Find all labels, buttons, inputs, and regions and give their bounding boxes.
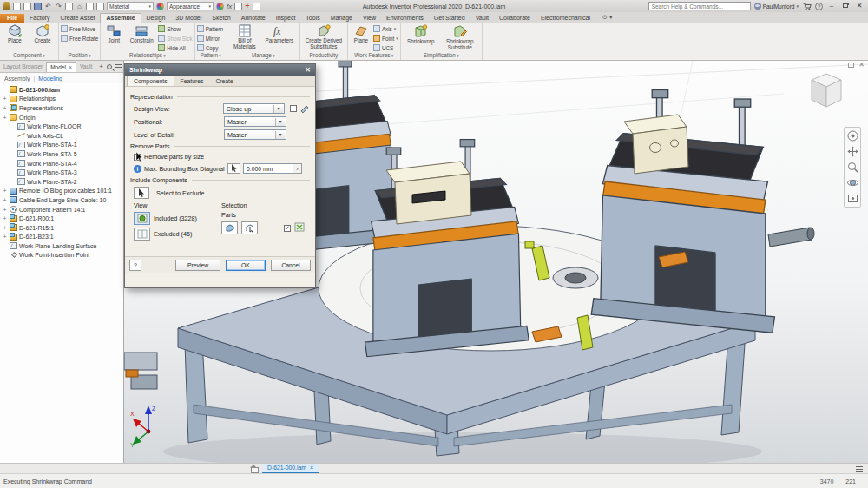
measure-icon[interactable] — [234, 3, 242, 10]
free-rotate-button[interactable]: Free Rotate — [61, 34, 98, 43]
select-parts-cursor-button[interactable] — [241, 221, 258, 234]
parameters-button[interactable]: fx Parameters — [261, 23, 298, 45]
expand-icon[interactable] — [2, 188, 8, 194]
close-button[interactable]: ✕ — [854, 2, 865, 10]
excluded-toggle-button[interactable] — [134, 228, 150, 241]
search-icon[interactable] — [107, 64, 112, 69]
expand-icon[interactable] — [2, 115, 8, 121]
axis-button[interactable]: Axis ▾ — [373, 24, 398, 33]
parameters-fx-icon[interactable]: fx — [227, 3, 232, 10]
mirror-button[interactable]: Mirror — [197, 34, 223, 43]
restore-window-icon[interactable] — [848, 63, 854, 68]
design-view-select[interactable]: Close up — [223, 103, 285, 114]
tab-features[interactable]: Features — [174, 76, 210, 86]
tab-create[interactable]: Create — [209, 76, 239, 86]
tab-view[interactable]: View — [358, 14, 381, 23]
create-button[interactable]: Create — [29, 23, 56, 45]
close-window-icon[interactable]: ✕ — [858, 63, 865, 68]
restore-button[interactable] — [840, 2, 851, 10]
tab-sketch[interactable]: Sketch — [207, 14, 235, 23]
return-icon[interactable] — [65, 3, 73, 10]
home-icon[interactable]: ⌂ — [76, 3, 83, 10]
group-label-work-features[interactable]: Work Features — [350, 52, 398, 60]
tab-design[interactable]: Design — [141, 14, 171, 23]
tab-factory[interactable]: Factory — [24, 14, 55, 23]
dialog-title-bar[interactable]: Shrinkwrap ✕ — [125, 64, 315, 76]
zoom-icon[interactable] — [847, 162, 858, 173]
material-select[interactable]: Material — [107, 2, 154, 10]
selection-checkbox[interactable] — [284, 225, 291, 232]
close-icon[interactable]: ✕ — [305, 66, 311, 74]
group-label-component[interactable]: Component — [2, 52, 56, 60]
shrinkwrap-substitute-button[interactable]: Shrinkwrap Substitute — [440, 23, 480, 52]
tab-environments[interactable]: Environments — [381, 14, 429, 23]
close-icon[interactable] — [69, 64, 72, 70]
group-label-manage[interactable]: Manage — [229, 52, 298, 60]
place-button[interactable]: Place — [2, 23, 28, 45]
expand-icon[interactable] — [2, 234, 8, 240]
save-icon[interactable] — [34, 3, 42, 10]
open-file-icon[interactable] — [23, 3, 31, 10]
close-icon[interactable] — [310, 465, 313, 471]
tab-components[interactable]: Components — [127, 76, 174, 86]
tree-item[interactable]: D-621-R15:1 — [2, 223, 123, 233]
user-account[interactable]: PaulMunford ▾ — [754, 3, 799, 10]
sheet-icon[interactable] — [86, 3, 94, 10]
tree-item[interactable]: Representations — [2, 103, 123, 113]
tab-file[interactable]: File — [0, 14, 24, 23]
cancel-button[interactable]: Cancel — [271, 260, 311, 271]
cart-icon[interactable] — [802, 3, 812, 10]
tree-item[interactable]: Work Plane-STA-2 — [2, 177, 123, 187]
create-derived-substitutes-button[interactable]: Create Derived Substitutes — [302, 23, 345, 51]
tree-item[interactable]: Origin — [2, 113, 123, 122]
copy-button[interactable]: Copy — [197, 43, 223, 52]
expand-icon[interactable] — [2, 207, 8, 213]
tree-item[interactable]: Cable End Large Sine Cable: 10 — [2, 195, 123, 205]
free-move-button[interactable]: Free Move — [61, 24, 98, 33]
tree-item[interactable]: Work Axis-CL — [2, 131, 123, 141]
select-to-exclude-button[interactable] — [134, 187, 149, 199]
undo-icon[interactable]: ↶ — [44, 3, 52, 10]
tab-layout-browser[interactable]: Layout Browser — [0, 62, 46, 71]
tree-item[interactable]: Work Plane-STA-3 — [2, 168, 123, 177]
document-tab[interactable]: D-621-000.iam — [262, 464, 319, 474]
bill-of-materials-button[interactable]: Bill of Materials — [229, 23, 260, 51]
mode-modeling[interactable]: Modeling — [38, 76, 62, 82]
view-cube[interactable] — [804, 69, 849, 113]
show-button[interactable]: Show — [158, 24, 192, 33]
plane-button[interactable]: Plane — [350, 23, 372, 45]
tab-inspect[interactable]: Inspect — [271, 14, 301, 23]
level-of-detail-select[interactable]: Master — [224, 129, 286, 140]
minimize-button[interactable]: – — [826, 2, 837, 10]
hamburger-icon[interactable] — [115, 64, 122, 69]
shrinkwrap-button[interactable]: Shrinkwrap — [403, 23, 439, 46]
ok-button[interactable]: OK — [226, 260, 266, 271]
tab-assemble[interactable]: Assemble — [100, 13, 141, 23]
group-label-pattern[interactable]: Pattern — [197, 52, 225, 60]
home-view-icon[interactable] — [249, 465, 259, 472]
joint-button[interactable]: Joint — [102, 23, 125, 45]
tree-item[interactable]: Remote IO Blog prox cables 101:1 — [2, 187, 123, 196]
mode-assembly[interactable]: Assembly — [4, 76, 30, 82]
appearance-select[interactable]: Appearance — [167, 2, 214, 10]
group-label-simplification[interactable]: Simplification — [403, 52, 480, 60]
pan-icon[interactable] — [847, 146, 858, 157]
preview-button[interactable]: Preview — [175, 260, 220, 271]
group-label-productivity[interactable]: Productivity — [302, 52, 345, 60]
included-toggle-button[interactable] — [134, 212, 150, 225]
adjust-color-icon[interactable] — [216, 3, 224, 10]
tab-create-asset[interactable]: Create Asset — [55, 14, 100, 23]
design-view-associative-checkbox[interactable] — [290, 105, 297, 112]
diagonal-pick-button[interactable] — [227, 163, 240, 174]
expand-icon[interactable] — [2, 197, 8, 203]
add-browser-tab-button[interactable] — [95, 61, 107, 72]
add-icon[interactable]: + — [245, 2, 249, 10]
new-file-icon[interactable] — [13, 3, 21, 10]
orbit-icon[interactable] — [847, 177, 858, 188]
expand-icon[interactable] — [2, 225, 8, 231]
tree-item[interactable]: Work Point-Insertion Point — [2, 251, 123, 260]
tree-item[interactable]: D-621-R00:1 — [2, 214, 123, 223]
group-label-position[interactable]: Position — [61, 52, 98, 60]
tab-annotate[interactable]: Annotate — [236, 14, 271, 23]
expand-icon[interactable] — [2, 96, 8, 102]
